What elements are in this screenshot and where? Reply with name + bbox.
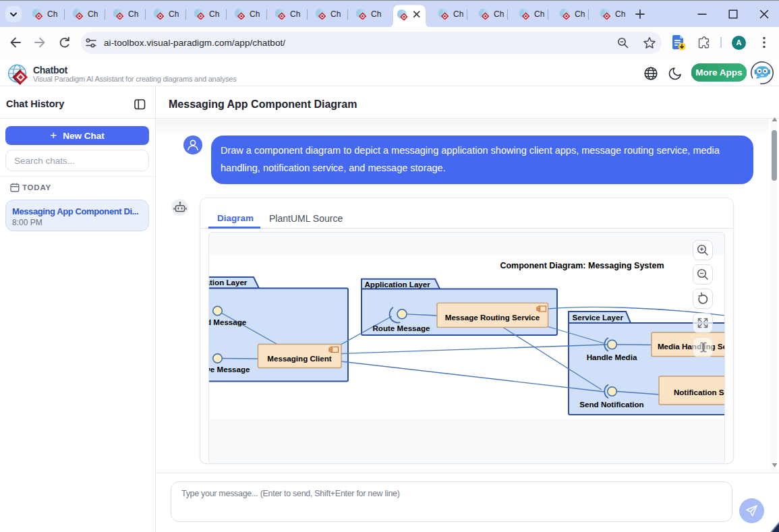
svg-text:Send Message: Send Message [208,318,247,326]
svg-text:Messaging Client: Messaging Client [267,354,331,363]
svg-text:Component Diagram: Messaging S: Component Diagram: Messaging System [500,261,664,270]
svg-text:Service Layer: Service Layer [573,313,624,322]
svg-text:Presentation Layer: Presentation Layer [208,278,248,287]
svg-text:Notification Service: Notification Service [674,388,725,396]
svg-text:Route Message: Route Message [372,324,430,332]
svg-text:Send Notification: Send Notification [579,400,643,409]
svg-text:Message Routing Service: Message Routing Service [445,313,540,322]
svg-text:Application Layer: Application Layer [365,280,431,289]
svg-text:Handle Media: Handle Media [587,353,637,361]
svg-text:Receive Message: Receive Message [208,365,250,374]
svg-text:Media Handling Service: Media Handling Service [658,342,725,351]
